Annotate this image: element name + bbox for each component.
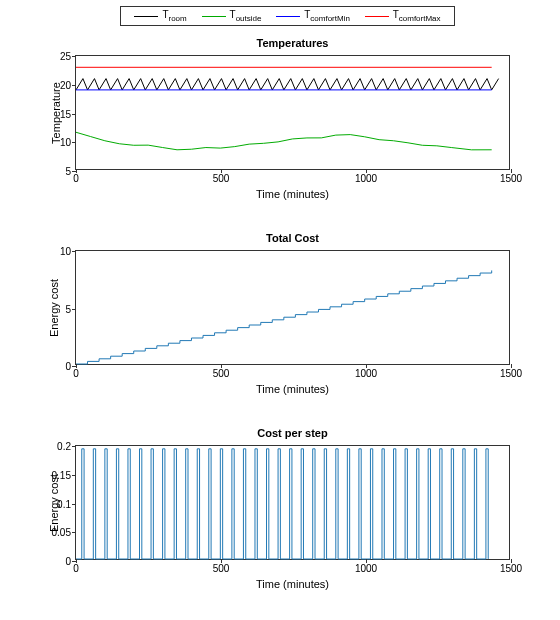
legend-swatch: [202, 16, 226, 17]
legend: Troom Toutside TcomfortMin TcomfortMax: [120, 6, 455, 26]
legend-label: TcomfortMin: [304, 9, 350, 23]
plot-area: [76, 56, 509, 169]
chart-temperatures: Temperatures 510152025050010001500 Tempe…: [75, 55, 510, 170]
legend-item: TcomfortMax: [365, 9, 441, 23]
legend-swatch: [365, 16, 389, 17]
legend-label: TcomfortMax: [393, 9, 441, 23]
chart-cost-per-step: Cost per step 00.050.10.150.205001000150…: [75, 445, 510, 560]
plot-area: [76, 446, 509, 559]
x-axis-label: Time (minutes): [75, 578, 510, 590]
legend-item: Troom: [134, 9, 186, 23]
legend-item: TcomfortMin: [276, 9, 350, 23]
legend-label: Toutside: [230, 9, 262, 23]
chart-title: Temperatures: [75, 37, 510, 49]
chart-total-cost: Total Cost 0510050010001500 Energy cost …: [75, 250, 510, 365]
axes: 0510050010001500: [75, 250, 510, 365]
y-axis-label: Energy cost: [48, 278, 60, 336]
legend-swatch: [276, 16, 300, 17]
legend-swatch: [134, 16, 158, 17]
plot-area: [76, 251, 509, 364]
axes: 00.050.10.150.2050010001500: [75, 445, 510, 560]
axes: 510152025050010001500: [75, 55, 510, 170]
y-axis-label: Temperature: [50, 82, 62, 144]
x-axis-label: Time (minutes): [75, 383, 510, 395]
chart-title: Total Cost: [75, 232, 510, 244]
y-axis-label: Energy cost: [48, 473, 60, 531]
legend-item: Toutside: [202, 9, 262, 23]
legend-label: Troom: [162, 9, 186, 23]
chart-title: Cost per step: [75, 427, 510, 439]
x-axis-label: Time (minutes): [75, 188, 510, 200]
